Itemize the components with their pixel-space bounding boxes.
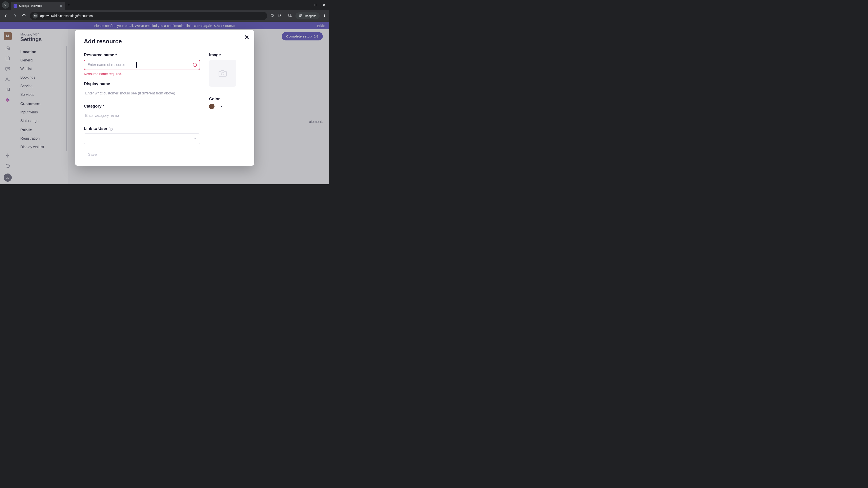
display-name-input[interactable] [84, 89, 200, 98]
svg-point-4 [300, 16, 301, 17]
close-window-button[interactable]: ✕ [323, 3, 326, 7]
arrow-right-icon [13, 14, 17, 18]
tab-close-button[interactable]: ✕ [60, 4, 62, 8]
svg-rect-2 [289, 14, 292, 17]
toolbar-divider [285, 13, 285, 18]
star-icon [270, 13, 274, 18]
image-label: Image [209, 53, 245, 57]
browser-toolbar: app.waitwhile.com/settings/resources Inc… [0, 10, 329, 22]
display-name-label: Display name [84, 82, 200, 86]
tab-title: Settings | Waitwhile [19, 4, 58, 7]
camera-icon [218, 68, 228, 78]
add-resource-modal: ✕ Add resource Resource name * ! Resourc… [75, 30, 254, 166]
chevron-down-icon [193, 137, 197, 141]
minimize-button[interactable]: ─ [307, 3, 309, 7]
side-panel-button[interactable] [288, 13, 292, 18]
browser-menu-button[interactable] [323, 13, 327, 18]
extensions-button[interactable] [278, 13, 282, 18]
reload-button[interactable] [21, 13, 27, 19]
svg-point-5 [301, 16, 302, 17]
incognito-label: Incognito [305, 14, 316, 18]
bookmark-button[interactable] [270, 13, 274, 19]
help-tooltip-icon[interactable]: ? [109, 127, 113, 131]
modal-close-button[interactable]: ✕ [244, 34, 249, 41]
arrow-left-icon [4, 14, 8, 18]
favicon [13, 4, 17, 8]
color-label: Color [209, 97, 245, 101]
svg-point-6 [324, 14, 325, 15]
window-controls: ─ ❐ ✕ [307, 3, 327, 7]
new-tab-button[interactable]: + [68, 3, 70, 7]
tune-icon [34, 14, 37, 18]
link-user-select[interactable] [84, 133, 200, 144]
modal-title: Add resource [84, 38, 245, 45]
link-user-label: Link to User ? [84, 126, 200, 131]
back-button[interactable] [3, 13, 9, 19]
kebab-icon [323, 13, 327, 17]
save-button[interactable]: Save [84, 150, 101, 159]
color-picker[interactable]: ▼ [209, 104, 245, 109]
resource-name-label: Resource name * [84, 53, 200, 57]
puzzle-icon [278, 13, 282, 18]
color-swatch [209, 104, 215, 109]
category-label: Category * [84, 104, 200, 109]
forward-button[interactable] [12, 13, 18, 19]
incognito-icon [299, 14, 303, 18]
error-icon: ! [193, 63, 197, 67]
site-info-button[interactable] [33, 13, 38, 19]
svg-point-8 [324, 16, 325, 17]
modal-overlay[interactable]: ✕ Add resource Resource name * ! Resourc… [0, 22, 329, 184]
caret-down-icon: ▼ [220, 105, 223, 108]
maximize-button[interactable]: ❐ [314, 3, 317, 7]
reload-icon [22, 14, 26, 18]
panel-icon [288, 13, 292, 18]
resource-name-error: Resource name required. [84, 72, 200, 76]
address-bar[interactable]: app.waitwhile.com/settings/resources [30, 12, 267, 20]
svg-point-22 [221, 72, 224, 75]
browser-tab-strip: Settings | Waitwhile ✕ + ─ ❐ ✕ [0, 0, 329, 10]
category-input[interactable] [84, 111, 200, 121]
resource-name-input[interactable] [84, 60, 200, 70]
tab-search-button[interactable] [2, 1, 9, 8]
svg-point-7 [324, 15, 325, 16]
browser-tab[interactable]: Settings | Waitwhile ✕ [11, 2, 65, 10]
image-upload-button[interactable] [209, 60, 236, 87]
chevron-down-icon [4, 4, 7, 6]
url-text: app.waitwhile.com/settings/resources [40, 14, 93, 18]
incognito-badge[interactable]: Incognito [296, 12, 320, 19]
